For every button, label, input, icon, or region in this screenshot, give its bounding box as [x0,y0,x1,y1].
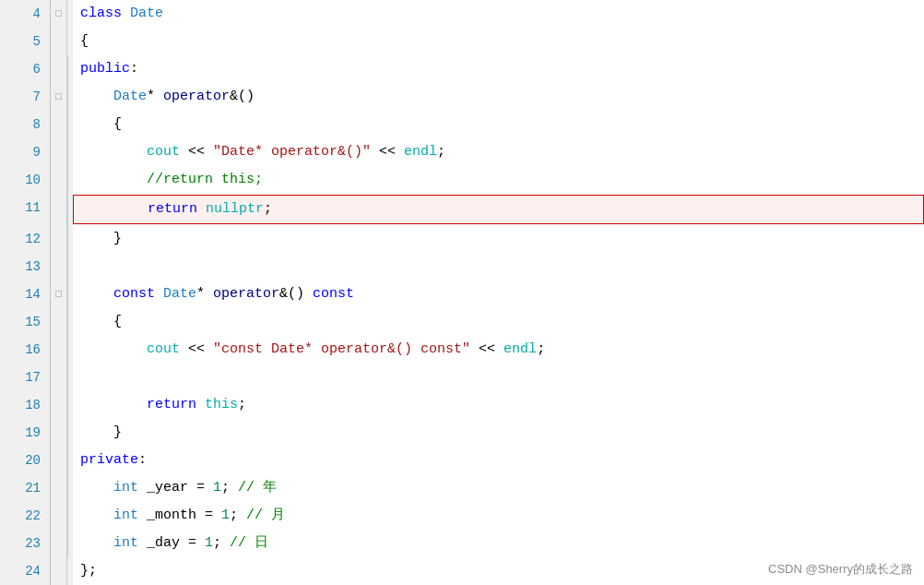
fold-col-21 [51,474,67,502]
fold-col-22 [51,502,67,530]
line-number-10: 10 [0,166,51,194]
code-line-23[interactable]: int _day = 1; // 日 [73,530,924,557]
fold-col-14[interactable]: □ [51,281,67,308]
code-line-5[interactable]: { [73,28,924,55]
line-number-19: 19 [0,419,51,447]
line-number-18: 18 [0,391,51,419]
code-line-4[interactable]: class Date [73,0,924,28]
code-row-11: 11 return nullptr; [0,194,924,225]
code-row-16: 16 cout << "const Date* operator&() cons… [0,336,924,364]
code-line-10[interactable]: //return this; [73,166,924,194]
line-number-7: 7 [0,83,51,111]
line-number-24: 24 [0,557,51,585]
line-number-12: 12 [0,225,51,253]
fold-icon-14[interactable]: □ [55,281,62,308]
fold-col-4[interactable]: □ [51,0,67,28]
code-row-10: 10 //return this; [0,166,924,194]
code-line-11[interactable]: return nullptr; [73,195,924,224]
code-line-17 [73,364,924,391]
code-row-13: 13 [0,253,924,281]
line-number-16: 16 [0,336,51,364]
fold-icon-4[interactable]: □ [55,0,62,28]
code-line-21[interactable]: int _year = 1; // 年 [73,474,924,502]
code-line-15[interactable]: { [73,308,924,336]
fold-col-19 [51,419,67,447]
fold-col-7[interactable]: □ [51,83,67,111]
code-line-13 [73,253,924,281]
fold-col-5 [51,28,67,55]
code-row-4: 4 □ class Date [0,0,924,28]
code-line-12[interactable]: } [73,225,924,253]
fold-col-10 [51,166,67,194]
code-row-7: 7 □ Date* operator&() [0,83,924,111]
line-number-4: 4 [0,0,51,28]
code-line-16[interactable]: cout << "const Date* operator&() const" … [73,336,924,364]
code-line-8[interactable]: { [73,111,924,138]
line-number-6: 6 [0,55,51,83]
code-row-22: 22 int _month = 1; // 月 [0,502,924,530]
code-row-19: 19 } [0,419,924,447]
code-editor: 4 □ class Date 5 { 6 public: 7 □ Date* o… [0,0,924,585]
line-number-23: 23 [0,530,51,557]
fold-icon-7[interactable]: □ [55,83,62,111]
line-number-14: 14 [0,281,51,308]
code-line-9[interactable]: cout << "Date* operator&()" << endl; [73,138,924,166]
line-number-13: 13 [0,253,51,281]
code-line-18[interactable]: return this; [73,391,924,419]
fold-col-23 [51,530,67,557]
code-row-12: 12 } [0,225,924,253]
fold-col-15 [51,308,67,336]
fold-col-13 [51,253,67,281]
line-number-21: 21 [0,474,51,502]
fold-col-12 [51,225,67,253]
fold-col-8 [51,111,67,138]
code-row-6: 6 public: [0,55,924,83]
code-row-9: 9 cout << "Date* operator&()" << endl; [0,138,924,166]
code-line-6[interactable]: public: [73,55,924,83]
line-number-20: 20 [0,447,51,474]
code-line-19[interactable]: } [73,419,924,447]
code-row-17: 17 [0,364,924,391]
fold-col-24 [51,557,67,585]
code-line-22[interactable]: int _month = 1; // 月 [73,502,924,530]
line-number-8: 8 [0,111,51,138]
code-row-21: 21 int _year = 1; // 年 [0,474,924,502]
code-line-7[interactable]: Date* operator&() [73,83,924,111]
code-row-8: 8 { [0,111,924,138]
fold-col-18 [51,391,67,419]
watermark: CSDN @Sherry的成长之路 [768,561,913,578]
line-number-5: 5 [0,28,51,55]
line-number-9: 9 [0,138,51,166]
code-row-23: 23 int _day = 1; // 日 [0,530,924,557]
code-row-18: 18 return this; [0,391,924,419]
code-line-20[interactable]: private: [73,447,924,474]
code-line-14[interactable]: const Date* operator&() const [73,281,924,308]
fold-col-16 [51,336,67,364]
fold-col-17 [51,364,67,391]
fold-col-9 [51,138,67,166]
code-row-15: 15 { [0,308,924,336]
fold-col-11 [51,194,67,225]
fold-col-20 [51,447,67,474]
line-number-22: 22 [0,502,51,530]
fold-col-6 [51,55,67,83]
code-row-14: 14 □ const Date* operator&() const [0,281,924,308]
line-number-17: 17 [0,364,51,391]
code-row-5: 5 { [0,28,924,55]
line-number-15: 15 [0,308,51,336]
code-row-20: 20 private: [0,447,924,474]
line-number-11: 11 [0,194,51,225]
